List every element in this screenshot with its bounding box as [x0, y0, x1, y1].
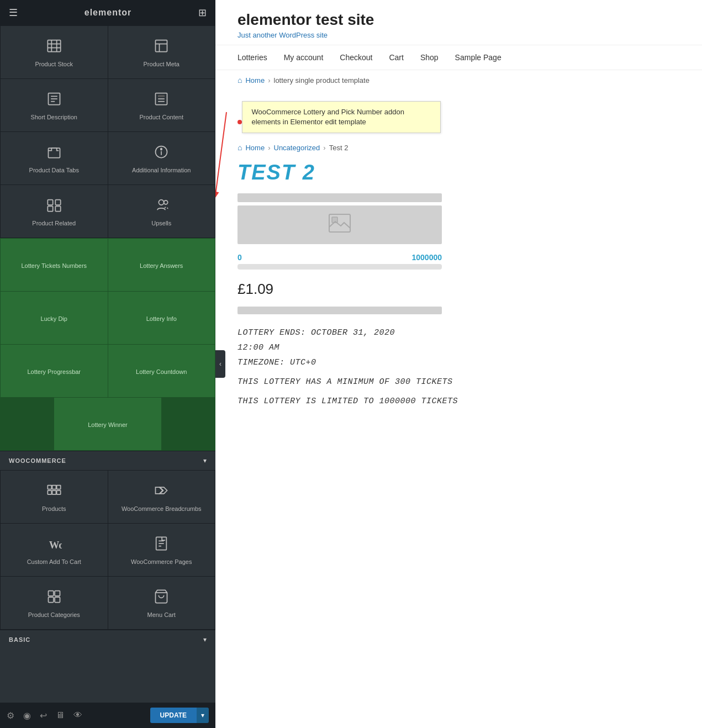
nav-shop[interactable]: Shop: [420, 53, 439, 62]
svg-rect-41: [48, 598, 53, 603]
widget-lottery-winner[interactable]: Lottery Winner: [54, 398, 161, 450]
svg-rect-17: [48, 148, 60, 158]
widget-products-label: Products: [42, 505, 66, 513]
woocommerce-breadcrumbs-icon: [154, 483, 169, 500]
svg-rect-31: [47, 490, 51, 494]
site-nav: Lotteries My account Checkout Cart Shop …: [215, 45, 702, 70]
breadcrumb-current-1: lottery single product template: [274, 76, 370, 85]
svg-rect-25: [55, 207, 60, 212]
breadcrumb-2-current: Test 2: [329, 144, 349, 152]
breadcrumb-2-home-icon: ⌂: [237, 143, 242, 152]
widget-lottery-countdown[interactable]: Lottery Countdown: [108, 345, 215, 397]
responsive-icon[interactable]: 🖥: [56, 710, 65, 720]
add-to-cart-bar[interactable]: [237, 307, 442, 314]
product-page: ⌂ Home › Uncategorized › Test 2 TEST 2: [215, 133, 702, 435]
site-header: elementor test site Just another WordPre…: [215, 0, 702, 45]
lottery-progressbar-label: Lottery Progressbar: [27, 368, 81, 376]
widget-lottery-tickets-numbers[interactable]: Lottery Tickets Numbers: [1, 239, 108, 291]
widget-lottery-answers[interactable]: Lottery Answers: [108, 239, 215, 291]
svg-point-21: [161, 148, 163, 150]
svg-rect-39: [48, 591, 53, 596]
nav-checkout[interactable]: Checkout: [340, 53, 372, 62]
basic-chevron-icon: ▾: [203, 636, 207, 643]
svg-rect-29: [52, 486, 56, 489]
widget-product-stock-label: Product Stock: [35, 60, 73, 68]
widget-woocommerce-breadcrumbs[interactable]: WooCommerce Breadcrumbs: [108, 471, 215, 523]
product-title: TEST 2: [237, 161, 680, 184]
widget-lottery-info[interactable]: Lottery Info: [108, 292, 215, 344]
product-img-placeholder-bar: [237, 193, 442, 202]
product-categories-icon: [46, 589, 62, 606]
nav-lotteries[interactable]: Lotteries: [237, 53, 267, 62]
progress-row: 0 1000000: [237, 253, 442, 262]
history-icon[interactable]: ↩: [40, 710, 47, 721]
widget-grid-top: Product Stock Product Meta: [0, 25, 215, 238]
widget-product-data-tabs[interactable]: Product Data Tabs: [1, 132, 108, 184]
widget-menu-cart[interactable]: Menu Cart: [108, 577, 215, 629]
lottery-widget-grid: Lottery Tickets Numbers Lottery Answers …: [0, 238, 215, 451]
breadcrumb-2-home-link[interactable]: Home: [245, 144, 265, 152]
widget-product-stock[interactable]: Product Stock: [1, 26, 108, 78]
breadcrumb-sep-1: ›: [268, 76, 270, 85]
right-wrapper: elementor test site Just another WordPre…: [215, 0, 702, 435]
site-subtitle: Just another WordPress site: [237, 31, 680, 39]
widget-lucky-dip[interactable]: Lucky Dip: [1, 292, 108, 344]
widget-product-meta-label: Product Meta: [144, 60, 180, 68]
tooltip-box: WooCommerce Lottery and Pick Number addo…: [242, 101, 441, 133]
widget-lottery-progressbar[interactable]: Lottery Progressbar: [1, 345, 108, 397]
product-data-tabs-icon: [46, 144, 62, 162]
widget-products[interactable]: Products: [1, 471, 108, 523]
breadcrumb-2-uncategorized-link[interactable]: Uncategorized: [274, 144, 320, 152]
widget-custom-add-to-cart[interactable]: Woo Custom Add To Cart: [1, 524, 108, 576]
woocommerce-chevron-icon: ▾: [203, 457, 207, 465]
layers-icon[interactable]: ◉: [23, 710, 31, 721]
breadcrumb-2-sep-2: ›: [323, 144, 325, 152]
widget-product-categories[interactable]: Product Categories: [1, 577, 108, 629]
lottery-limit-text: This lottery is limited to 1000000 ticke…: [237, 394, 680, 409]
widget-additional-information-label: Additional Information: [132, 166, 191, 174]
widget-product-content[interactable]: Product Content: [108, 79, 215, 131]
widget-product-content-label: Product Content: [140, 113, 184, 121]
progress-min: 0: [237, 253, 242, 262]
lottery-ends-text: Lottery ends: October 31, 2020 12:00 am …: [237, 325, 680, 370]
product-content-icon: [154, 91, 169, 109]
lottery-info-label: Lottery Info: [146, 315, 177, 323]
basic-section-label: BASIC: [9, 636, 30, 643]
product-image-placeholder-icon: [329, 214, 351, 236]
widget-product-related[interactable]: Product Related: [1, 185, 108, 238]
breadcrumb-home-link[interactable]: Home: [245, 76, 265, 85]
widget-product-related-label: Product Related: [32, 219, 76, 227]
hamburger-icon[interactable]: ☰: [9, 7, 18, 19]
tooltip-dot: [237, 120, 242, 124]
widget-product-meta[interactable]: Product Meta: [108, 26, 215, 78]
update-button[interactable]: UPDATE: [150, 708, 197, 723]
collapse-chevron-icon: ‹: [219, 360, 221, 368]
widget-upsells[interactable]: Upsells: [108, 185, 215, 238]
svg-rect-42: [55, 598, 60, 603]
basic-section-header[interactable]: BASIC ▾: [0, 630, 215, 649]
nav-cart[interactable]: Cart: [389, 53, 403, 62]
tooltip-container: WooCommerce Lottery and Pick Number addo…: [237, 101, 680, 133]
nav-sample-page[interactable]: Sample Page: [455, 53, 502, 62]
custom-add-to-cart-icon: Woo: [46, 536, 62, 553]
woocommerce-section-header[interactable]: WOOCOMMERCE ▾: [0, 451, 215, 470]
eye-icon[interactable]: 👁: [73, 710, 82, 720]
short-description-icon: [46, 91, 62, 109]
widget-woocommerce-pages[interactable]: WooCommerce Pages: [108, 524, 215, 576]
widget-additional-information[interactable]: Additional Information: [108, 132, 215, 184]
svg-point-26: [159, 200, 164, 205]
widget-upsells-label: Upsells: [151, 219, 171, 227]
collapse-panel-tab[interactable]: ‹: [215, 350, 225, 378]
product-meta-icon: [154, 38, 169, 56]
update-arrow-button[interactable]: ▾: [197, 708, 209, 723]
grid-icon[interactable]: ⊞: [198, 7, 207, 19]
settings-icon[interactable]: ⚙: [7, 710, 14, 721]
right-content-area: elementor test site Just another WordPre…: [215, 0, 702, 728]
widget-product-data-tabs-label: Product Data Tabs: [29, 166, 79, 174]
lottery-winner-label: Lottery Winner: [88, 421, 128, 429]
breadcrumb-1: ⌂ Home › lottery single product template: [215, 70, 702, 90]
product-price: £1.09: [237, 281, 680, 298]
nav-my-account[interactable]: My account: [284, 53, 324, 62]
product-related-icon: [46, 197, 62, 215]
widget-short-description[interactable]: Short Description: [1, 79, 108, 131]
